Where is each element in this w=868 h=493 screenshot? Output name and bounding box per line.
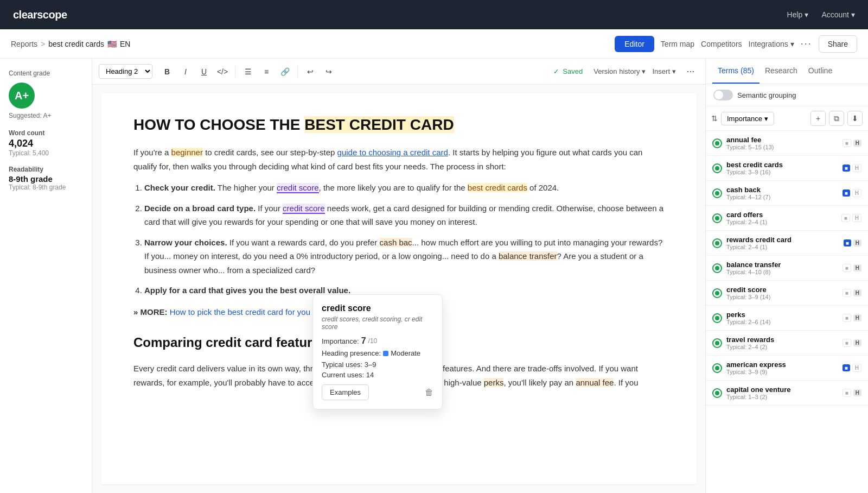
download-button[interactable]: ⬇	[847, 111, 863, 126]
semantic-grouping-toggle[interactable]	[713, 90, 733, 100]
term-check	[712, 338, 722, 348]
term-item[interactable]: credit score Typical: 3–9 (14) ■ H	[706, 281, 868, 306]
tab-research[interactable]: Research	[760, 59, 803, 84]
term-info: card offers Typical: 2–4 (1)	[726, 211, 837, 225]
toggle-knob	[714, 91, 723, 99]
check-icon: ✓	[553, 67, 559, 75]
term-typical: Typical: 5–15 (13)	[726, 144, 838, 150]
editor-content[interactable]: HOW TO CHOOSE THE BEST CREDIT CARD If yo…	[101, 93, 697, 484]
italic-button[interactable]: I	[177, 64, 194, 80]
underline-button[interactable]: U	[196, 64, 212, 80]
redo-button[interactable]: ↪	[321, 64, 337, 80]
semantic-grouping-label: Semantic grouping	[737, 91, 796, 99]
term-name: best credit cards	[726, 161, 838, 169]
term-name: balance transfer	[726, 261, 838, 269]
right-panel: Terms (85) Research Outline Semantic gro…	[705, 59, 868, 493]
term-item[interactable]: capital one venture Typical: 1–3 (2) ■ H	[706, 381, 868, 406]
term-info: american express Typical: 3–9 (9)	[726, 361, 838, 375]
competitors-link[interactable]: Competitors	[701, 40, 742, 48]
check-icon	[715, 266, 719, 270]
numbered-list-button[interactable]: ≡	[258, 64, 275, 80]
tooltip-typical-uses: Typical uses: 3–9	[322, 361, 433, 369]
perks-highlight: perks	[484, 378, 504, 387]
term-info: perks Typical: 2–6 (14)	[726, 311, 838, 325]
check-icon	[715, 141, 719, 146]
blue-badge: ■	[844, 239, 851, 246]
main-layout: Content grade A+ Suggested: A+ Word coun…	[0, 59, 868, 493]
account-link[interactable]: Account ▾	[821, 10, 855, 19]
heading-select[interactable]: Heading 2 Heading 1 Heading 3 Paragraph	[99, 64, 152, 79]
copy-button[interactable]: ⧉	[829, 111, 844, 126]
term-item[interactable]: cash back Typical: 4–12 (7) ■ H	[706, 181, 868, 206]
tab-terms[interactable]: Terms (85)	[712, 59, 760, 84]
tooltip-importance: Importance: 7/10	[322, 336, 433, 346]
editor-area: Heading 2 Heading 1 Heading 3 Paragraph …	[92, 59, 705, 493]
tab-outline[interactable]: Outline	[803, 59, 838, 84]
version-history-button[interactable]: Version history ▾	[593, 67, 646, 75]
help-link[interactable]: Help ▾	[787, 10, 809, 19]
term-badges: ■ H	[843, 139, 861, 147]
breadcrumb-reports[interactable]: Reports	[11, 40, 37, 48]
link-button[interactable]: 🔗	[277, 64, 293, 80]
term-item[interactable]: annual fee Typical: 5–15 (13) ■ H	[706, 131, 868, 156]
readability-typical: Typical: 8-9th grade	[9, 184, 83, 191]
term-item[interactable]: card offers Typical: 2–4 (1) ■ H	[706, 206, 868, 231]
top-nav: clearscope Help ▾ Account ▾	[0, 0, 868, 29]
term-name: perks	[726, 311, 838, 319]
term-item[interactable]: perks Typical: 2–6 (14) ■ H	[706, 306, 868, 331]
tooltip-variants: credit scores, credit scoring, cr edit s…	[322, 315, 433, 331]
insert-button[interactable]: Insert ▾	[652, 67, 676, 75]
term-item[interactable]: travel rewards Typical: 2–4 (2) ■ H	[706, 331, 868, 356]
term-map-link[interactable]: Term map	[661, 40, 694, 48]
steps-list: Check your credit. The higher your credi…	[144, 181, 664, 298]
flag-icon: 🇺🇸	[107, 40, 117, 48]
list-item: Narrow your choices. If you want a rewar…	[144, 236, 664, 277]
term-name: card offers	[726, 211, 837, 219]
term-name: rewards credit card	[726, 236, 839, 244]
more-toolbar-button[interactable]: ···	[682, 64, 699, 80]
term-typical: Typical: 3–9 (14)	[726, 294, 838, 300]
undo-button[interactable]: ↩	[302, 64, 318, 80]
integrations-link[interactable]: Integrations ▾	[749, 40, 794, 48]
intro-paragraph: If you're a beginner to credit cards, se…	[133, 146, 664, 173]
share-button[interactable]: Share	[819, 35, 857, 53]
term-info: cash back Typical: 4–12 (7)	[726, 186, 838, 200]
term-check	[712, 238, 722, 248]
term-name: annual fee	[726, 136, 838, 144]
ghost-badge: ■	[843, 139, 851, 147]
term-typical: Typical: 1–3 (2)	[726, 394, 838, 400]
more-link[interactable]: How to pick the best credit card for you	[170, 307, 310, 317]
ghost-h-badge: H	[852, 214, 861, 222]
bold-button[interactable]: B	[159, 64, 175, 80]
more-options-button[interactable]: ···	[801, 38, 812, 49]
delete-term-button[interactable]: 🗑	[425, 388, 433, 397]
term-item[interactable]: balance transfer Typical: 4–10 (8) ■ H	[706, 256, 868, 281]
examples-button[interactable]: Examples	[322, 384, 369, 400]
sort-importance-button[interactable]: Importance ▾	[721, 112, 774, 125]
add-term-button[interactable]: +	[810, 111, 826, 126]
sort-arrows-icon: ⇅	[711, 114, 718, 123]
check-icon	[715, 316, 719, 320]
ghost-badge: ■	[843, 389, 851, 397]
chevron-down-icon: ▾	[642, 67, 646, 75]
term-typical: Typical: 2–4 (1)	[726, 219, 837, 225]
guide-link[interactable]: guide to choosing a credit card	[337, 148, 448, 157]
term-tooltip: credit score credit scores, credit scori…	[312, 294, 443, 409]
code-button[interactable]: </>	[214, 64, 231, 80]
editor-button[interactable]: Editor	[615, 36, 654, 52]
term-badges: ■ H	[843, 389, 861, 397]
h-badge: H	[853, 140, 861, 147]
h-badge: H	[853, 339, 861, 346]
ghost-badge: ■	[843, 289, 851, 297]
term-badges: ■ H	[843, 339, 861, 347]
title-highlighted: BEST CREDIT CARD	[304, 116, 454, 133]
term-info: capital one venture Typical: 1–3 (2)	[726, 385, 838, 400]
term-item[interactable]: best credit cards Typical: 3–9 (16) ■ H	[706, 156, 868, 181]
beginner-highlight: beginner	[171, 148, 203, 157]
term-check	[712, 188, 722, 198]
bullet-list-button[interactable]: ☰	[240, 64, 256, 80]
term-info: rewards credit card Typical: 2–4 (1)	[726, 236, 839, 250]
term-item[interactable]: rewards credit card Typical: 2–4 (1) ■ H	[706, 231, 868, 256]
term-item[interactable]: american express Typical: 3–9 (9) ■ H	[706, 356, 868, 381]
h-badge: H	[853, 264, 861, 271]
